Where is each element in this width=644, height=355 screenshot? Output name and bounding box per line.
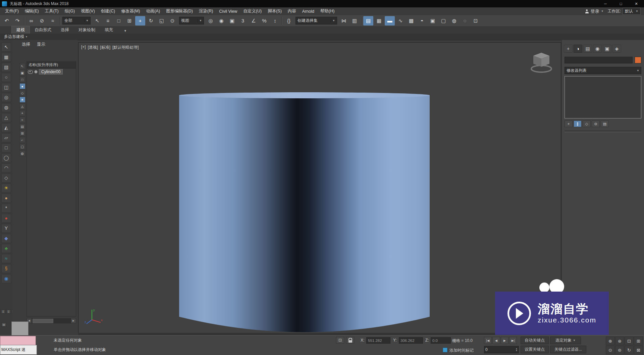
cylinder-object[interactable] xyxy=(179,92,430,335)
object-name-field[interactable] xyxy=(565,57,633,63)
command-tab-utilities[interactable]: ◈ xyxy=(612,45,621,53)
select-and-rotate-icon[interactable]: ↻ xyxy=(146,16,156,26)
autodesk-app-store-icon[interactable]: ⊡ xyxy=(471,16,481,26)
render-setup-icon[interactable]: ▣ xyxy=(428,16,438,26)
perspective-viewport[interactable]: [+][透视][标准][默认明暗处理] xyxy=(78,42,561,334)
display-containers-icon[interactable]: ▢ xyxy=(19,144,25,150)
box-primitive-icon[interactable]: ▧ xyxy=(1,63,11,72)
menu-graph-editors[interactable]: 图形编辑器(D) xyxy=(163,8,196,14)
menu-animation[interactable]: 动画(A) xyxy=(143,8,163,14)
edit-named-selection-sets-icon[interactable]: {} xyxy=(284,16,294,26)
pyramid-primitive-icon[interactable]: ◭ xyxy=(1,123,11,132)
scroll-right-icon[interactable]: ▶ xyxy=(71,318,76,323)
polygon-modeling-panel-button[interactable]: 多边形建模 xyxy=(4,34,24,40)
spray-icon[interactable]: ● xyxy=(1,214,11,223)
menu-help[interactable]: 帮助(H) xyxy=(317,8,337,14)
zoom-extents-all-icon[interactable]: ⊞ xyxy=(634,337,643,345)
go-to-end-icon[interactable]: ▶| xyxy=(509,337,517,344)
sun-light-icon[interactable]: ☀ xyxy=(1,184,11,193)
menu-views[interactable]: 视图(V) xyxy=(78,8,98,14)
ribbon-tab-populate[interactable]: 填充 xyxy=(100,26,118,34)
coord-z-field[interactable]: 0.0 xyxy=(431,337,451,344)
select-cursor-icon[interactable]: ↖ xyxy=(1,43,11,52)
maxscript-mini-listener[interactable]: MAXScript 迷 xyxy=(0,345,37,355)
visibility-eye-icon[interactable] xyxy=(28,70,33,74)
ribbon-collapse-icon[interactable]: ▼ xyxy=(121,28,129,34)
sphere-primitive-icon[interactable]: ○ xyxy=(1,73,11,82)
modifier-list-dropdown[interactable]: 修改器列表 ▼ xyxy=(565,67,641,74)
biped-icon[interactable]: Y xyxy=(1,224,11,233)
viewport-pov-menu[interactable]: [透视] xyxy=(88,45,98,50)
menu-group[interactable]: 组(G) xyxy=(62,8,78,14)
redo-icon[interactable]: ↷ xyxy=(12,16,22,26)
select-and-manipulate-icon[interactable]: ◉ xyxy=(216,16,226,26)
viewcube[interactable] xyxy=(528,50,555,77)
flower-icon[interactable]: ◆ xyxy=(1,234,11,243)
wave-icon[interactable]: ≈ xyxy=(1,254,11,263)
display-geometry-icon[interactable]: ● xyxy=(19,83,25,89)
menu-scripting[interactable]: 脚本(S) xyxy=(265,8,285,14)
helix-icon[interactable]: § xyxy=(1,264,11,273)
spinner-icon[interactable]: ▲▼ xyxy=(516,348,518,352)
curve-editor-icon[interactable]: ∿ xyxy=(395,16,406,26)
set-key-button[interactable]: 设置关键点 xyxy=(521,346,549,353)
zoom-extents-icon[interactable]: ⊡ xyxy=(625,337,634,345)
named-selection-sets-dropdown[interactable]: 创建选择集 ▼ xyxy=(296,17,337,24)
name-column-header[interactable]: 名称(按升序排序) xyxy=(27,62,76,68)
ribbon-tab-modeling[interactable]: 建模 xyxy=(11,26,30,34)
menu-arnold[interactable]: Arnold xyxy=(299,9,317,14)
menu-civil-view[interactable]: Civil View xyxy=(216,9,240,14)
go-to-start-icon[interactable]: |◀ xyxy=(484,337,492,344)
reference-coordinate-dropdown[interactable]: 视图 ▼ xyxy=(179,17,204,24)
zoom-all-icon[interactable]: ⊛ xyxy=(615,337,624,345)
selection-lock-icon[interactable] xyxy=(346,337,354,344)
recorder-toggle-icon[interactable]: ▯ xyxy=(6,309,11,314)
ribbon-tab-object-paint[interactable]: 对象绘制 xyxy=(74,26,100,34)
select-and-link-icon[interactable]: ∞ xyxy=(26,16,36,26)
coord-y-field[interactable]: 306.262 xyxy=(399,337,423,344)
percent-snap-icon[interactable]: % xyxy=(259,16,269,26)
cylinder-primitive-icon[interactable]: ◫ xyxy=(1,83,11,92)
toggle-layer-explorer-icon[interactable]: ▦ xyxy=(374,16,384,26)
sky-sphere-icon[interactable]: ● xyxy=(1,194,11,203)
select-and-move-icon[interactable]: + xyxy=(135,16,145,26)
explorer-menu-display[interactable]: 显示 xyxy=(34,41,48,48)
snaps-toggle-3d-icon[interactable]: 3 xyxy=(238,16,248,26)
folder-icon[interactable]: ▤ xyxy=(1,322,6,327)
material-editor-icon[interactable]: ◓ xyxy=(417,16,427,26)
toggle-ribbon-icon[interactable]: ▬ xyxy=(385,16,395,26)
display-groups-icon[interactable]: ▤ xyxy=(19,123,25,130)
select-and-scale-icon[interactable]: ◱ xyxy=(157,16,167,26)
mirror-icon[interactable]: ⋈ xyxy=(339,16,349,26)
viewport-renderer-menu[interactable]: [标准] xyxy=(100,45,110,50)
maximize-viewport-toggle-icon[interactable]: ⊠ xyxy=(634,346,643,354)
display-xrefs-icon[interactable]: ⊞ xyxy=(19,130,25,136)
render-iterative-icon[interactable]: ◌ xyxy=(460,16,470,26)
undo-icon[interactable]: ↶ xyxy=(2,16,12,26)
menu-content[interactable]: 内容 xyxy=(285,8,299,14)
grid-icon[interactable]: ▦ xyxy=(1,53,11,62)
spinner-snap-icon[interactable]: ↕ xyxy=(270,16,280,26)
foliage-icon[interactable]: ♣ xyxy=(1,244,11,253)
snowflake-icon[interactable]: * xyxy=(1,204,11,213)
maxscript-macro-recorder[interactable] xyxy=(0,336,36,345)
menu-edit[interactable]: 编辑(E) xyxy=(22,8,42,14)
zoom-icon[interactable]: ⊕ xyxy=(606,337,615,345)
arc-shape-icon[interactable]: ◠ xyxy=(1,163,11,172)
display-space-warps-icon[interactable]: ≈ xyxy=(19,117,25,123)
command-tab-create[interactable]: + xyxy=(564,45,573,53)
rectangular-selection-region-icon[interactable]: □ xyxy=(114,16,124,26)
play-animation-icon[interactable]: ▶ xyxy=(501,337,508,344)
command-tab-modify[interactable]: ◑ xyxy=(574,45,582,53)
rectangle-shape-icon[interactable]: □ xyxy=(1,143,11,152)
field-of-view-icon[interactable]: ⊙ xyxy=(606,346,615,354)
key-filters-button[interactable]: 关键点过滤器... xyxy=(550,346,586,353)
angle-snap-icon[interactable]: ∠ xyxy=(249,16,259,26)
select-and-place-icon[interactable]: ⊙ xyxy=(167,16,177,26)
menu-create[interactable]: 创建(C) xyxy=(98,8,118,14)
window-crossing-icon[interactable]: ⊞ xyxy=(124,16,135,26)
menu-customize[interactable]: 自定义(U) xyxy=(240,8,265,14)
viewport-shading-menu[interactable]: [默认明暗处理] xyxy=(112,45,139,50)
rollout-divider[interactable] xyxy=(565,131,641,133)
current-frame-field[interactable]: 0 ▲▼ xyxy=(484,346,519,353)
